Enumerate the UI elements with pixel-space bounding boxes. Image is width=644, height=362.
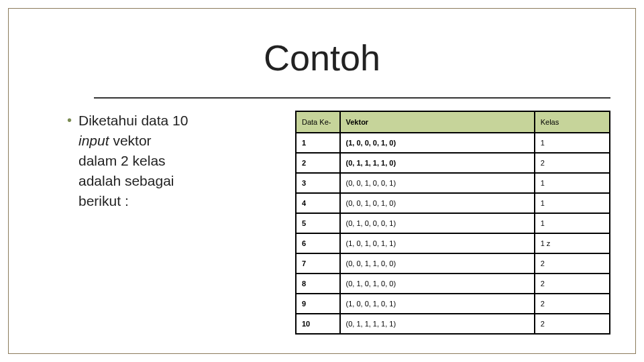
cell-vektor: (0, 0, 1, 0, 0, 1) [340,173,535,193]
table-row: 8 (0, 1, 0, 1, 0, 0) 2 [296,274,610,294]
cell-kelas: 1 [535,213,610,233]
table-body: 1 (1, 0, 0, 0, 1, 0) 1 2 (0, 1, 1, 1, 1,… [296,133,610,334]
cell-n: 2 [296,153,340,173]
bullet-text: Diketahui data 10 input vektor dalam 2 k… [78,111,188,211]
cell-vektor: (1, 0, 0, 0, 1, 0) [340,133,535,153]
cell-n: 9 [296,294,340,314]
cell-n: 7 [296,253,340,274]
table-column: Data Ke- Vektor Kelas 1 (1, 0, 0, 0, 1, … [295,111,610,342]
cell-vektor: (1, 0, 0, 1, 0, 1) [340,294,535,314]
bullet-line3: dalam 2 kelas [78,153,166,168]
table-row: 6 (1, 0, 1, 0, 1, 1) 1 z [296,233,610,253]
table-row: 5 (0, 1, 0, 0, 0, 1) 1 [296,213,610,233]
cell-vektor: (0, 1, 0, 1, 0, 0) [340,274,535,294]
cell-vektor: (1, 0, 1, 0, 1, 1) [340,233,535,253]
bullet-line2-italic: input [78,133,109,148]
header-data-ke: Data Ke- [296,111,340,133]
table-row: 9 (1, 0, 0, 1, 0, 1) 2 [296,294,610,314]
cell-kelas: 2 [535,314,610,334]
content-area: • Diketahui data 10 input vektor dalam 2… [67,111,610,342]
header-vektor: Vektor [340,111,535,133]
bullet-line5: berikut : [78,193,129,208]
cell-kelas: 2 [535,294,610,314]
table-row: 7 (0, 0, 1, 1, 0, 0) 2 [296,253,610,274]
cell-n: 4 [296,193,340,213]
title-underline [94,97,610,99]
slide: Contoh • Diketahui data 10 input vektor … [0,0,644,362]
bullet-line1: Diketahui data 10 [78,113,188,128]
cell-kelas: 2 [535,153,610,173]
cell-kelas: 2 [535,253,610,274]
cell-vektor: (0, 0, 1, 1, 0, 0) [340,253,535,274]
cell-n: 10 [296,314,340,334]
table-row: 4 (0, 0, 1, 0, 1, 0) 1 [296,193,610,213]
cell-n: 3 [296,173,340,193]
cell-kelas: 2 [535,274,610,294]
slide-title: Contoh [0,37,644,78]
table-row: 1 (1, 0, 0, 0, 1, 0) 1 [296,133,610,153]
cell-vektor: (0, 1, 1, 1, 1, 1) [340,314,535,334]
table-row: 10 (0, 1, 1, 1, 1, 1) 2 [296,314,610,334]
cell-vektor: (0, 1, 0, 0, 0, 1) [340,213,535,233]
cell-vektor: (0, 0, 1, 0, 1, 0) [340,193,535,213]
bullet-dot-icon: • [67,111,78,129]
cell-kelas: 1 [535,133,610,153]
table-header-row: Data Ke- Vektor Kelas [296,111,610,133]
cell-kelas: 1 [535,193,610,213]
table-row: 3 (0, 0, 1, 0, 0, 1) 1 [296,173,610,193]
cell-n: 6 [296,233,340,253]
cell-vektor: (0, 1, 1, 1, 1, 0) [340,153,535,173]
cell-n: 5 [296,213,340,233]
bullet-line2-rest: vektor [109,133,152,148]
bullet-column: • Diketahui data 10 input vektor dalam 2… [67,111,295,342]
cell-n: 8 [296,274,340,294]
bullet-item: • Diketahui data 10 input vektor dalam 2… [67,111,282,211]
bullet-line4: adalah sebagai [78,173,174,188]
cell-n: 1 [296,133,340,153]
header-kelas: Kelas [535,111,610,133]
table-row: 2 (0, 1, 1, 1, 1, 0) 2 [296,153,610,173]
cell-kelas: 1 [535,173,610,193]
cell-kelas: 1 z [535,233,610,253]
data-table: Data Ke- Vektor Kelas 1 (1, 0, 0, 0, 1, … [295,111,610,335]
